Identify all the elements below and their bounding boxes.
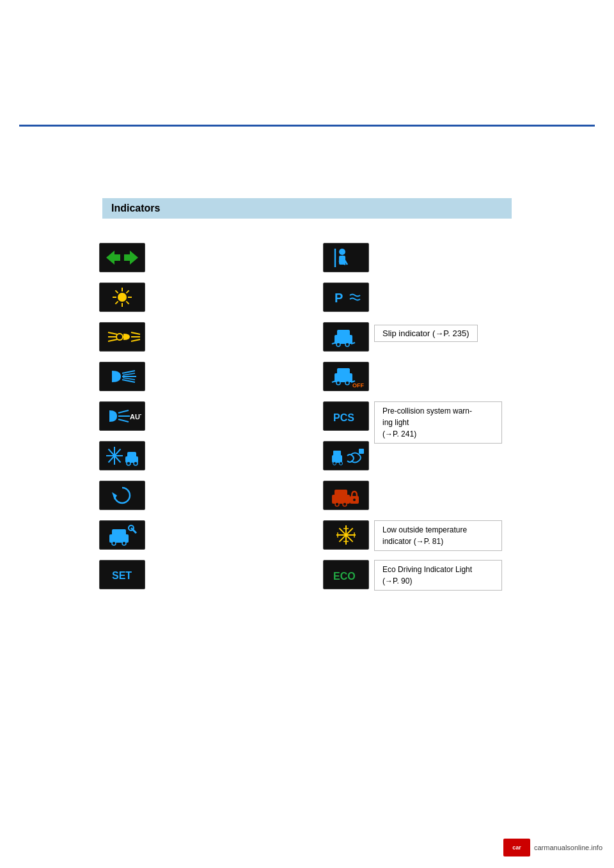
watermark: car carmanualsonline.info [503, 839, 602, 856]
pcs-callout: Pre-collision system warn-ing light(→P. … [374, 401, 502, 444]
svg-line-8 [126, 301, 129, 304]
radar-icon [323, 441, 369, 470]
watermark-logo: car [503, 839, 530, 856]
svg-text:OFF: OFF [352, 382, 364, 389]
indicators-header: Indicators [102, 198, 512, 219]
list-item [99, 481, 310, 510]
headlight-icon [99, 362, 145, 391]
slip-indicator-icon [323, 322, 369, 352]
page: Indicators [0, 0, 614, 868]
list-item [99, 362, 310, 391]
svg-line-25 [118, 419, 129, 422]
sun-icon [99, 283, 145, 312]
slip-off-icon: OFF [323, 362, 369, 391]
pcs-icon: PCS [323, 401, 369, 431]
svg-line-11 [108, 332, 117, 334]
svg-line-10 [115, 301, 118, 304]
slip-callout: Slip indicator (→P. 235) [374, 325, 478, 342]
svg-point-14 [116, 334, 123, 340]
eco-callout: Eco Driving Indicator Light(→P. 90) [374, 560, 502, 591]
eco-icon: ECO [323, 560, 369, 589]
svg-point-65 [333, 462, 336, 465]
svg-rect-69 [335, 490, 347, 496]
svg-line-20 [122, 380, 135, 382]
svg-rect-64 [333, 451, 341, 456]
svg-text:ECO: ECO [333, 571, 356, 582]
svg-marker-1 [124, 251, 138, 265]
right-column: P [323, 243, 560, 600]
svg-rect-67 [359, 449, 364, 454]
frost-icon [99, 441, 145, 470]
svg-text:PCS: PCS [333, 412, 354, 423]
svg-line-7 [115, 290, 118, 293]
svg-point-51 [336, 343, 340, 346]
svg-line-22 [123, 378, 135, 380]
svg-marker-35 [112, 492, 117, 500]
list-item [99, 441, 310, 470]
auto-light-icon: AUTO [99, 401, 145, 431]
maintenance-icon [99, 520, 145, 550]
svg-point-43 [339, 249, 345, 255]
turn-signal-icon [99, 243, 145, 272]
svg-point-2 [118, 293, 127, 302]
top-divider [19, 125, 595, 127]
svg-line-13 [108, 339, 117, 341]
svg-text:P: P [335, 291, 343, 305]
svg-rect-37 [112, 529, 126, 536]
svg-line-18 [122, 371, 135, 373]
svg-rect-50 [337, 330, 350, 336]
svg-point-34 [134, 461, 138, 465]
seatbelt-icon [323, 243, 369, 272]
watermark-text: carmanualsonline.info [534, 844, 602, 851]
indicators-section: AUTO [99, 243, 560, 600]
list-item: Slip indicator (→P. 235) [323, 322, 560, 352]
svg-point-70 [335, 502, 339, 506]
svg-text:SET: SET [112, 570, 132, 581]
set-icon: SET [99, 560, 145, 589]
svg-line-23 [118, 410, 129, 413]
svg-point-33 [127, 461, 130, 465]
list-item [99, 243, 310, 272]
svg-point-58 [345, 381, 349, 385]
list-item [323, 481, 560, 510]
list-item [323, 441, 560, 470]
rotation-icon [99, 481, 145, 510]
indicators-title: Indicators [111, 203, 160, 213]
list-item: AUTO [99, 401, 310, 431]
svg-line-15 [131, 332, 140, 334]
list-item: SET [99, 560, 310, 589]
left-column: AUTO [99, 243, 310, 600]
list-item [99, 322, 310, 352]
parking-icon: P [323, 283, 369, 312]
list-item: P [323, 283, 560, 312]
svg-line-17 [131, 339, 140, 341]
svg-point-57 [336, 381, 340, 385]
low-temp-icon [323, 520, 369, 550]
svg-line-9 [126, 290, 129, 293]
list-item [99, 283, 310, 312]
svg-point-38 [112, 541, 116, 545]
svg-point-66 [340, 462, 343, 465]
list-item: OFF [323, 362, 560, 391]
svg-rect-68 [332, 495, 350, 504]
svg-rect-32 [127, 452, 136, 458]
list-item: ECO Eco Driving Indicator Light(→P. 90) [323, 560, 560, 589]
locked-car-icon [323, 481, 369, 510]
svg-rect-56 [337, 368, 350, 375]
low-temp-callout: Low outside temperatureindicator (→P. 81… [374, 520, 502, 551]
svg-line-21 [123, 373, 135, 375]
svg-marker-0 [106, 251, 120, 265]
beam-adjust-icon [99, 322, 145, 352]
svg-point-73 [353, 499, 356, 501]
svg-point-71 [343, 502, 347, 506]
svg-point-52 [345, 343, 349, 346]
list-item: PCS Pre-collision system warn-ing light(… [323, 401, 560, 431]
svg-text:AUTO: AUTO [130, 413, 141, 421]
svg-point-39 [122, 541, 126, 545]
list-item [323, 243, 560, 272]
list-item: Low outside temperatureindicator (→P. 81… [323, 520, 560, 550]
list-item [99, 520, 310, 550]
